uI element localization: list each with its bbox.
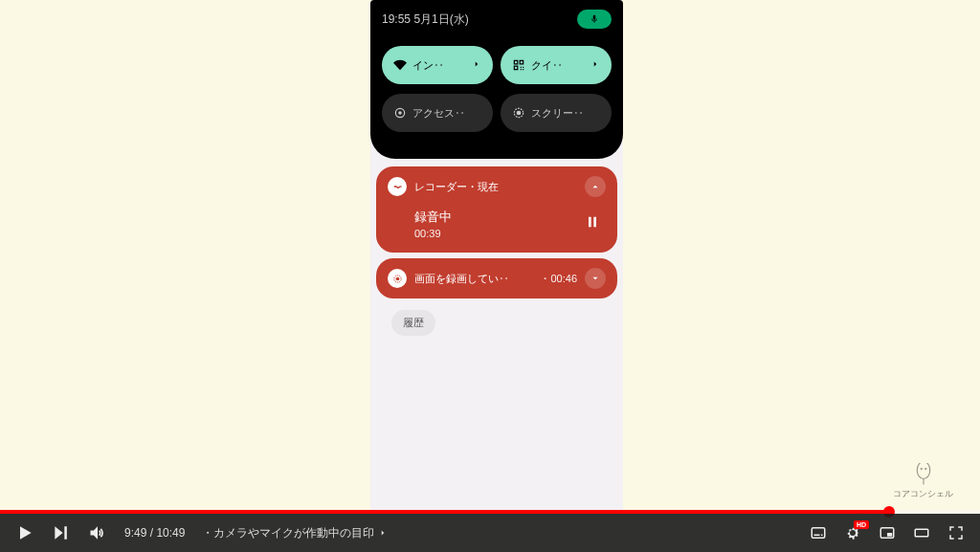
screen-record-app-icon	[388, 269, 407, 288]
quick-settings-panel: 19:55 5月1日(水) イン‥ クイ‥ アクセス‥	[370, 0, 623, 159]
svg-rect-14	[915, 529, 928, 537]
pause-icon	[585, 214, 600, 230]
time-display: 9:49 / 10:49	[124, 526, 185, 540]
chevron-right-icon	[590, 59, 600, 71]
notification-header: 画面を録画してい‥ ・00:46	[388, 268, 606, 289]
svg-point-5	[395, 276, 399, 280]
wifi-tile[interactable]: イン‥	[382, 46, 493, 84]
qr-tile[interactable]: クイ‥	[501, 46, 612, 84]
chevron-right-icon	[472, 59, 481, 71]
notification-stack: レコーダー・現在 録音中 00:39 画面を録画してい‥ ・00:46 履歴	[370, 159, 623, 349]
svg-rect-13	[887, 533, 892, 537]
miniplayer-icon	[879, 524, 896, 541]
pause-button[interactable]	[585, 214, 600, 233]
fullscreen-icon	[947, 524, 965, 541]
screen-record-icon	[512, 106, 525, 120]
notification-time: 00:39	[414, 228, 585, 239]
qr-tile-label: クイ‥	[531, 58, 585, 73]
mic-active-indicator[interactable]	[577, 10, 612, 29]
accessibility-tile[interactable]: アクセス‥	[382, 94, 493, 132]
theater-icon	[913, 524, 930, 541]
chevron-up-icon	[590, 182, 600, 191]
mic-icon	[590, 14, 599, 24]
notification-header: レコーダー・現在	[388, 176, 606, 197]
phone-mockup: 19:55 5月1日(水) イン‥ クイ‥ アクセス‥	[370, 0, 623, 517]
recorder-app-icon	[388, 177, 407, 196]
chapter-label[interactable]: ・カメラやマイクが作動中の目印	[202, 525, 388, 541]
subtitles-button[interactable]	[810, 524, 827, 541]
screen-recording-notification[interactable]: 画面を録画してい‥ ・00:46	[376, 258, 617, 298]
fullscreen-button[interactable]	[947, 524, 965, 541]
wifi-tile-label: イン‥	[412, 58, 466, 73]
screen-record-tile[interactable]: スクリー‥	[501, 94, 612, 132]
volume-button[interactable]	[88, 523, 107, 542]
svg-point-8	[924, 468, 926, 470]
svg-point-3	[517, 111, 522, 116]
accessibility-tile-label: アクセス‥	[412, 106, 481, 121]
play-button[interactable]	[15, 523, 34, 542]
expand-button[interactable]	[585, 268, 606, 289]
svg-rect-11	[821, 535, 823, 537]
play-icon	[15, 523, 34, 542]
subtitles-icon	[810, 524, 827, 541]
accessibility-icon	[393, 106, 407, 120]
chevron-down-icon	[590, 274, 600, 283]
status-bar: 19:55 5月1日(水)	[382, 10, 612, 29]
status-time-date: 19:55 5月1日(水)	[382, 11, 469, 28]
screen-record-tile-label: スクリー‥	[531, 106, 600, 121]
svg-rect-9	[812, 528, 825, 539]
notification-duration: ・00:46	[540, 272, 577, 286]
video-controls: 9:49 / 10:49 ・カメラやマイクが作動中の目印 HD	[0, 514, 980, 552]
notification-title: 録音中	[414, 209, 585, 226]
chevron-right-icon	[378, 528, 388, 538]
collapse-button[interactable]	[585, 176, 606, 197]
svg-point-6	[917, 463, 930, 479]
settings-button[interactable]: HD	[844, 524, 861, 541]
svg-rect-10	[814, 535, 820, 537]
quick-settings-row-1: イン‥ クイ‥	[382, 46, 612, 84]
wifi-icon	[393, 58, 407, 72]
notification-app-name: レコーダー・現在	[414, 180, 577, 194]
miniplayer-button[interactable]	[879, 524, 896, 541]
notification-body: 録音中 00:39	[388, 197, 606, 243]
next-icon	[52, 523, 71, 542]
notification-text: 画面を録画してい‥	[414, 272, 532, 286]
volume-icon	[88, 523, 107, 542]
theater-button[interactable]	[913, 524, 930, 541]
hd-badge: HD	[854, 520, 869, 529]
notification-history: 履歴	[376, 304, 617, 342]
qr-icon	[512, 58, 525, 72]
next-button[interactable]	[52, 523, 71, 542]
recorder-notification[interactable]: レコーダー・現在 録音中 00:39	[376, 166, 617, 253]
quick-settings-row-2: アクセス‥ スクリー‥	[382, 94, 612, 132]
svg-point-1	[398, 111, 402, 115]
history-chip[interactable]: 履歴	[391, 310, 435, 336]
channel-brand: コアコンシェル	[893, 463, 953, 500]
brand-icon	[915, 463, 932, 486]
svg-point-7	[920, 468, 922, 470]
brand-label: コアコンシェル	[893, 488, 953, 500]
